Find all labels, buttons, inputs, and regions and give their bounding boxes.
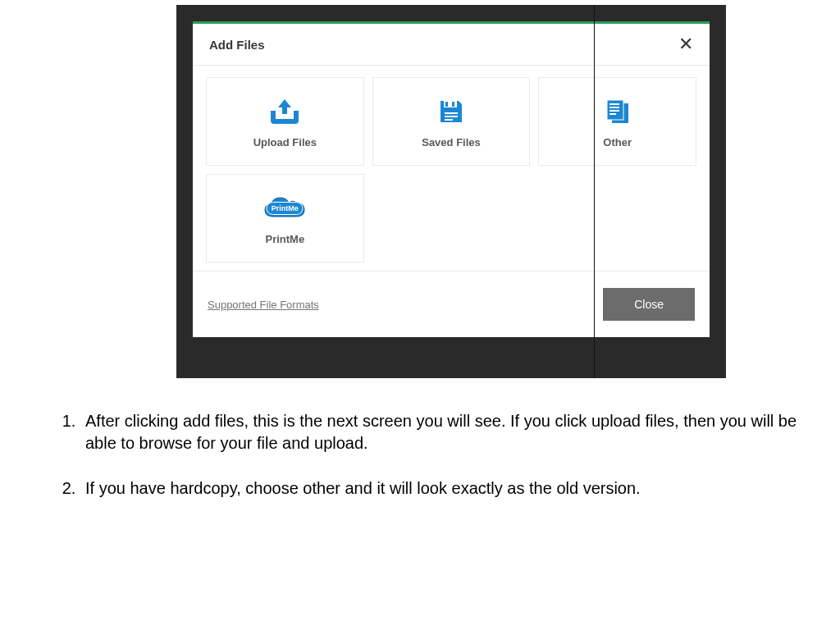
instruction-item-2: If you have hardcopy, choose other and i… <box>80 477 815 500</box>
dark-frame: Add Files ✕ Upload Files <box>176 5 726 378</box>
svg-rect-3 <box>445 112 458 114</box>
upload-files-label: Upload Files <box>253 136 317 148</box>
svg-rect-10 <box>609 110 619 112</box>
instruction-item-1: After clicking add files, this is the ne… <box>80 410 815 454</box>
svg-rect-8 <box>609 103 619 105</box>
modal-title: Add Files <box>209 38 265 52</box>
svg-rect-1 <box>445 102 448 107</box>
modal-footer: Supported File Formats Close <box>193 271 710 337</box>
supported-formats-link[interactable]: Supported File Formats <box>208 299 319 311</box>
instructions-block: After clicking add files, this is the ne… <box>49 410 815 523</box>
decorative-line <box>594 5 595 378</box>
save-icon <box>439 95 463 128</box>
saved-files-option[interactable]: Saved Files <box>372 77 531 166</box>
printme-badge-text: PrintMe <box>267 202 304 215</box>
printme-option[interactable]: PrintMe PrintMe <box>206 174 364 262</box>
svg-rect-4 <box>445 116 458 117</box>
svg-rect-11 <box>609 113 616 115</box>
documents-icon <box>604 95 632 128</box>
add-files-modal: Add Files ✕ Upload Files <box>193 21 710 337</box>
other-label: Other <box>603 136 632 148</box>
printme-cloud-icon: PrintMe <box>262 192 308 225</box>
svg-rect-9 <box>609 107 619 108</box>
svg-rect-5 <box>445 119 453 121</box>
options-grid: Upload Files Saved Files <box>193 66 710 271</box>
close-icon[interactable]: ✕ <box>678 35 693 53</box>
modal-header: Add Files ✕ <box>193 24 710 66</box>
saved-files-label: Saved Files <box>422 136 481 148</box>
svg-rect-2 <box>452 102 454 107</box>
other-option[interactable]: Other <box>538 77 696 166</box>
upload-icon <box>267 95 302 128</box>
upload-files-option[interactable]: Upload Files <box>206 77 364 166</box>
close-button[interactable]: Close <box>603 288 695 321</box>
printme-label: PrintMe <box>265 233 304 245</box>
